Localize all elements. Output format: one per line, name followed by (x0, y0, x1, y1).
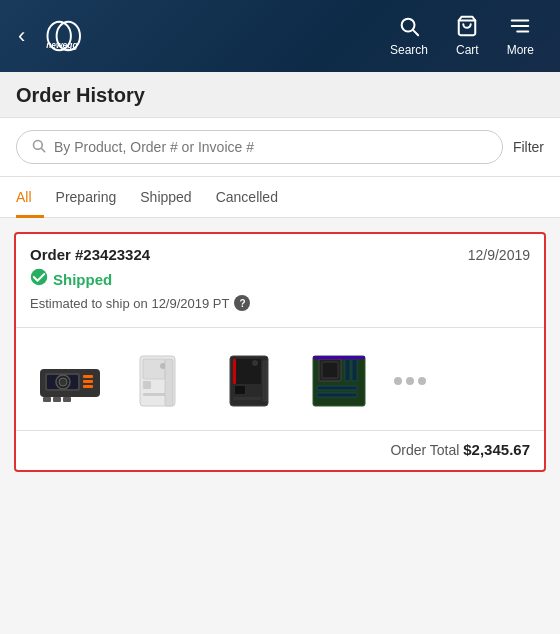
svg-rect-43 (313, 356, 365, 359)
svg-rect-18 (83, 380, 93, 383)
svg-point-33 (252, 360, 258, 366)
more-nav-label: More (507, 43, 534, 57)
svg-rect-21 (53, 397, 61, 402)
order-total-amount: $2,345.67 (463, 441, 530, 458)
page-title-bar: Order History (0, 72, 560, 118)
ship-estimate: Estimated to ship on 12/9/2019 PT ? (30, 295, 530, 311)
product-thumb-case-white (120, 346, 200, 416)
tab-all[interactable]: All (16, 177, 44, 218)
svg-rect-22 (63, 397, 71, 402)
svg-line-10 (41, 148, 44, 151)
search-nav-label: Search (390, 43, 428, 57)
status-text: Shipped (53, 271, 112, 288)
order-total-row: Order Total $2,345.67 (16, 431, 544, 470)
svg-rect-19 (83, 385, 93, 388)
main-content: Order #23423324 12/9/2019 Shipped Estima… (0, 218, 560, 486)
cart-nav-label: Cart (456, 43, 479, 57)
svg-rect-38 (352, 359, 357, 381)
order-date: 12/9/2019 (468, 247, 530, 263)
svg-rect-34 (233, 397, 261, 400)
dot-1 (394, 377, 402, 385)
order-number: Order #23423324 (30, 246, 150, 263)
more-products-indicator (390, 377, 426, 385)
header-nav: Search Cart More (376, 7, 548, 65)
tabs-row: All Preparing Shipped Cancelled (0, 177, 560, 218)
svg-rect-40 (322, 362, 338, 378)
search-input-wrapper[interactable] (16, 130, 503, 164)
order-divider-top (16, 327, 544, 328)
tab-shipped[interactable]: Shipped (128, 177, 203, 218)
newegg-logo[interactable]: newegg (41, 13, 93, 59)
svg-rect-41 (317, 386, 357, 390)
order-header-row: Order #23423324 12/9/2019 (30, 246, 530, 263)
logo-container: newegg (41, 13, 376, 59)
dot-2 (406, 377, 414, 385)
order-status: Shipped (30, 268, 530, 290)
product-thumb-case-black (210, 346, 290, 416)
svg-rect-28 (165, 359, 173, 406)
back-button[interactable]: ‹ (12, 15, 31, 57)
more-nav-icon (509, 15, 531, 40)
shipped-status-icon (30, 268, 48, 290)
svg-rect-17 (83, 375, 93, 378)
cart-nav-button[interactable]: Cart (442, 7, 493, 65)
dot-3 (418, 377, 426, 385)
svg-rect-32 (235, 386, 245, 394)
svg-line-4 (413, 30, 418, 35)
product-thumb-motherboard (300, 346, 380, 416)
svg-rect-25 (143, 381, 151, 389)
svg-rect-27 (143, 393, 168, 396)
search-nav-button[interactable]: Search (376, 7, 442, 65)
search-filter-row: Filter (16, 130, 544, 164)
estimate-text: Estimated to ship on 12/9/2019 PT (30, 296, 229, 311)
order-total-label: Order Total (390, 442, 459, 458)
page-title: Order History (16, 84, 544, 107)
more-nav-button[interactable]: More (493, 7, 548, 65)
svg-rect-20 (43, 397, 51, 402)
order-card-top: Order #23423324 12/9/2019 Shipped Estima… (16, 234, 544, 319)
svg-text:newegg: newegg (47, 40, 79, 50)
tab-cancelled[interactable]: Cancelled (204, 177, 290, 218)
search-nav-icon (398, 15, 420, 40)
help-icon[interactable]: ? (234, 295, 250, 311)
search-input[interactable] (54, 139, 488, 155)
order-card[interactable]: Order #23423324 12/9/2019 Shipped Estima… (14, 232, 546, 472)
svg-rect-37 (345, 359, 350, 381)
filter-button[interactable]: Filter (513, 139, 544, 155)
search-icon (31, 138, 46, 156)
svg-rect-35 (263, 361, 267, 401)
svg-rect-24 (143, 359, 165, 379)
app-header: ‹ newegg Search (0, 0, 560, 72)
product-thumb-gpu (30, 346, 110, 416)
search-bar-container: Filter (0, 118, 560, 177)
svg-point-16 (59, 378, 67, 386)
products-row (16, 336, 544, 430)
cart-nav-icon (456, 15, 478, 40)
svg-rect-42 (317, 393, 357, 397)
svg-rect-31 (233, 359, 236, 384)
tab-preparing[interactable]: Preparing (44, 177, 129, 218)
